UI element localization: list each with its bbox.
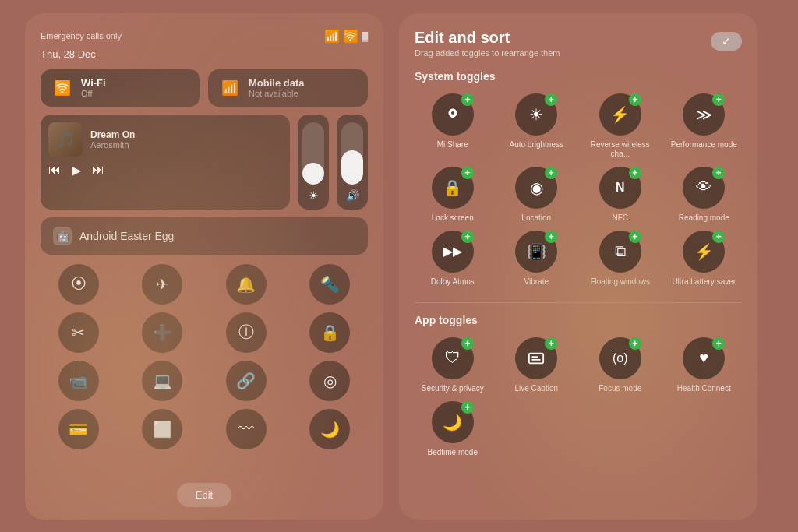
- artist-name: Aerosmith: [90, 140, 135, 150]
- play-button[interactable]: ▶: [72, 163, 81, 178]
- lock-screen-add-badge: +: [461, 167, 474, 179]
- dolby-wrapper: ▶▶ +: [432, 231, 474, 273]
- brightness-fill: [302, 163, 324, 185]
- mobile-data-toggle[interactable]: 📶 Mobile data Not available: [208, 69, 368, 107]
- location-label: Location: [521, 213, 551, 223]
- reverse-wireless-add-badge: +: [629, 93, 641, 106]
- android-label: Android Easter Egg: [79, 230, 174, 242]
- mi-share-toggle[interactable]: + Mi Share: [415, 93, 491, 159]
- nfc-toggle[interactable]: N + NFC: [582, 167, 659, 223]
- video-toggle[interactable]: 📹: [58, 361, 99, 401]
- airplane-toggle[interactable]: ✈: [142, 264, 182, 305]
- app-section-title: App toggles: [415, 314, 742, 326]
- mobile-title: Mobile data: [249, 77, 305, 89]
- reverse-wireless-toggle[interactable]: ⚡ + Reverse wireless cha...: [582, 93, 659, 159]
- link-toggle[interactable]: 🔗: [226, 361, 267, 401]
- vibrate-label: Vibrate: [524, 277, 549, 287]
- focus-mode-add-badge: +: [629, 337, 641, 350]
- check-button[interactable]: ✓: [711, 32, 742, 51]
- focus-mode-toggle[interactable]: (o) + Focus mode: [582, 337, 659, 393]
- volume-fill: [341, 150, 363, 185]
- dolby-label: Dolby Atmos: [431, 277, 475, 287]
- reading-mode-label: Reading mode: [679, 213, 729, 223]
- edit-title-block: Edit and sort Drag added toggles to rear…: [415, 29, 560, 58]
- card-toggle[interactable]: 💳: [58, 409, 99, 449]
- mobile-icon: 📶: [219, 77, 241, 99]
- health-connect-toggle[interactable]: ♥ + Health Connect: [666, 337, 743, 393]
- lock-toggle[interactable]: 🔒: [309, 312, 350, 353]
- auto-brightness-add-badge: +: [545, 93, 557, 106]
- app-toggle-grid: 🛡 + Security & privacy + Live Caption: [415, 337, 742, 457]
- location-add-badge: +: [545, 167, 557, 179]
- performance-toggle[interactable]: ≫ + Performance mode: [666, 93, 743, 159]
- bedtime-toggle[interactable]: 🌙 + Bedtime mode: [415, 401, 491, 457]
- brightness-track: [302, 122, 324, 185]
- mi-share-add-badge: +: [461, 93, 474, 106]
- live-caption-toggle[interactable]: + Live Caption: [499, 337, 575, 393]
- icon-grid-row2: ✂ ➕ Ⓘ 🔒: [41, 312, 368, 353]
- svg-rect-0: [529, 353, 543, 363]
- target-toggle[interactable]: ◎: [309, 361, 350, 401]
- floating-windows-label: Floating windows: [590, 277, 650, 287]
- wifi-status-icon: 🛜: [343, 29, 358, 44]
- media-info: Dream On Aerosmith: [90, 129, 135, 150]
- location-wrapper: ◉ +: [515, 167, 557, 209]
- floating-windows-wrapper: ⧉ +: [599, 231, 641, 273]
- info-toggle[interactable]: Ⓘ: [226, 312, 267, 353]
- scissors-toggle[interactable]: ✂: [58, 312, 99, 353]
- status-icons: 📶 🛜 ▓: [324, 29, 368, 44]
- flashlight-toggle[interactable]: 🔦: [309, 264, 350, 305]
- bluetooth-toggle[interactable]: ⦿: [58, 264, 99, 305]
- firstaid-toggle[interactable]: ➕: [142, 312, 182, 353]
- security-toggle[interactable]: 🛡 + Security & privacy: [415, 337, 491, 393]
- android-easter-button[interactable]: 🤖 Android Easter Egg: [41, 217, 368, 255]
- brightness-slider[interactable]: ☀: [298, 115, 329, 210]
- performance-label: Performance mode: [671, 140, 737, 150]
- mi-share-label: Mi Share: [437, 140, 468, 150]
- scan-toggle[interactable]: ⬜: [142, 409, 182, 449]
- android-icon: 🤖: [53, 227, 72, 245]
- volume-icon: 🔊: [346, 189, 359, 202]
- performance-add-badge: +: [712, 93, 725, 106]
- mobile-text: Mobile data Not available: [249, 77, 305, 98]
- battery-saver-label: Ultra battery saver: [672, 277, 736, 287]
- waves-toggle[interactable]: 〰: [226, 409, 267, 449]
- vibrate-toggle[interactable]: 📳 + Vibrate: [499, 231, 575, 287]
- vibrate-add-badge: +: [545, 231, 557, 243]
- battery-saver-add-badge: +: [712, 231, 725, 243]
- date-display: Thu, 28 Dec: [41, 48, 368, 60]
- location-toggle[interactable]: ◉ + Location: [499, 167, 575, 223]
- reading-mode-add-badge: +: [712, 167, 725, 179]
- reading-mode-toggle[interactable]: 👁 + Reading mode: [666, 167, 743, 223]
- brightness-icon: ☀: [309, 189, 319, 202]
- media-controls: ⏮ ▶ ⏭: [48, 163, 282, 178]
- health-connect-add-badge: +: [712, 337, 725, 350]
- bell-toggle[interactable]: 🔔: [226, 264, 267, 305]
- wifi-subtitle: Off: [81, 89, 106, 98]
- lock-screen-toggle[interactable]: 🔒 + Lock screen: [415, 167, 491, 223]
- icon-grid-row4: 💳 ⬜ 〰 🌙: [41, 409, 368, 449]
- dolby-add-badge: +: [461, 231, 474, 243]
- focus-mode-wrapper: (o) +: [599, 337, 641, 379]
- system-section-title: System toggles: [415, 70, 742, 83]
- moon-toggle[interactable]: 🌙: [309, 409, 350, 449]
- lock-screen-wrapper: 🔒 +: [432, 167, 474, 209]
- quick-toggles-row: 🛜 Wi-Fi Off 📶 Mobile data Not available: [41, 69, 368, 107]
- media-sliders-row: 🎵 Dream On Aerosmith ⏮ ▶ ⏭: [41, 115, 368, 210]
- lock-screen-label: Lock screen: [432, 213, 474, 223]
- vibrate-wrapper: 📳 +: [515, 231, 557, 273]
- wifi-toggle[interactable]: 🛜 Wi-Fi Off: [41, 69, 200, 107]
- reading-mode-wrapper: 👁 +: [683, 167, 725, 209]
- prev-button[interactable]: ⏮: [48, 163, 61, 177]
- security-wrapper: 🛡 +: [432, 337, 474, 379]
- live-caption-label: Live Caption: [514, 384, 558, 393]
- battery-saver-toggle[interactable]: ⚡ + Ultra battery saver: [666, 231, 743, 287]
- next-button[interactable]: ⏭: [92, 163, 104, 177]
- screen-toggle[interactable]: 💻: [142, 361, 182, 401]
- volume-slider[interactable]: 🔊: [337, 115, 368, 210]
- bedtime-add-badge: +: [461, 401, 474, 414]
- auto-brightness-toggle[interactable]: ☀ + Auto brightness: [499, 93, 575, 159]
- dolby-toggle[interactable]: ▶▶ + Dolby Atmos: [415, 231, 491, 287]
- floating-windows-toggle[interactable]: ⧉ + Floating windows: [582, 231, 659, 287]
- edit-button[interactable]: Edit: [177, 483, 231, 507]
